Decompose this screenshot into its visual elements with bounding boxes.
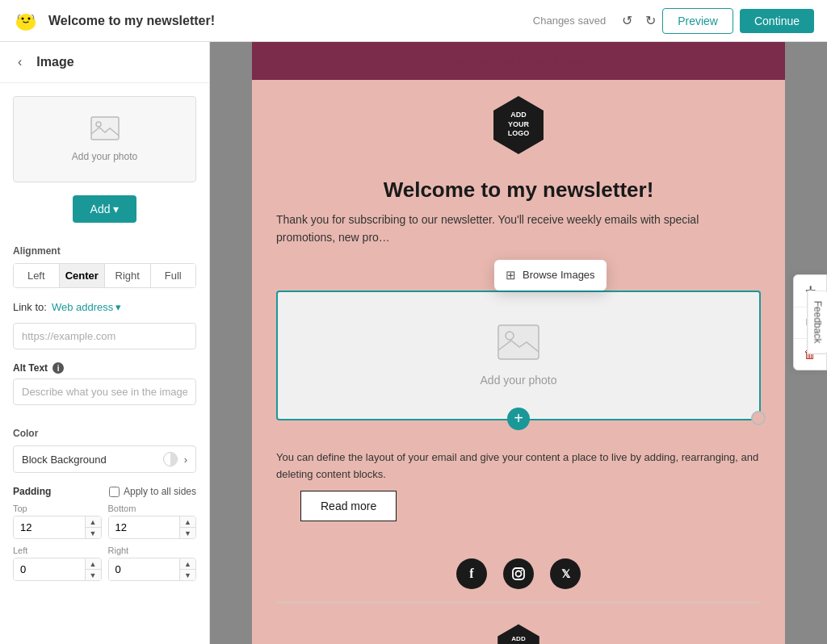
view-in-browser-link[interactable]: View this email in your browser — [447, 55, 591, 67]
padding-left-spinners: ▲ ▼ — [85, 558, 101, 580]
image-block-label: Add your photo — [481, 374, 557, 387]
sidebar-header: ‹ Image — [0, 42, 209, 83]
redo-button[interactable]: ↻ — [640, 8, 661, 33]
padding-bottom-down[interactable]: ▼ — [180, 528, 195, 538]
email-wrapper: View this email in your browser ADDYOURL… — [252, 42, 785, 644]
padding-top-label: Top — [13, 504, 102, 513]
main-layout: ‹ Image Add your photo Add ▾ Alignment L… — [0, 42, 827, 644]
email-content: ADDYOURLOGO Welcome to my newsletter! Th… — [252, 80, 785, 644]
info-icon: i — [52, 362, 64, 374]
add-section-button[interactable]: + — [507, 408, 530, 430]
color-row: Block Background › — [13, 445, 196, 473]
padding-top-down[interactable]: ▼ — [86, 528, 101, 538]
link-label: Link to: — [13, 301, 47, 313]
alt-text-header: Alt Text i — [0, 362, 209, 378]
padding-left-down[interactable]: ▼ — [86, 570, 101, 580]
padding-bottom-input-row: ▲ ▼ — [108, 516, 197, 539]
svg-point-3 — [28, 17, 31, 19]
browse-images-label[interactable]: Browse Images — [523, 269, 595, 281]
padding-right-spinners: ▲ ▼ — [179, 558, 195, 580]
color-expand-icon[interactable]: › — [184, 454, 187, 466]
link-row: Link to: Web address ▾ — [0, 301, 209, 323]
align-center-button[interactable]: Center — [60, 264, 106, 287]
image-block-icon — [497, 324, 539, 367]
padding-left-label: Left — [13, 546, 102, 555]
email-divider — [276, 602, 761, 603]
padding-bottom-input[interactable] — [109, 516, 180, 538]
link-value[interactable]: Web address ▾ — [52, 301, 121, 313]
padding-bottom-up[interactable]: ▲ — [180, 516, 195, 528]
padding-label: Padding — [13, 486, 51, 497]
svg-point-2 — [22, 17, 24, 19]
email-headline: Welcome to my newsletter! — [252, 165, 785, 211]
padding-left-field: Left ▲ ▼ — [13, 546, 102, 581]
instagram-icon[interactable] — [503, 558, 534, 589]
page-title: Welcome to my newsletter! — [48, 14, 533, 28]
padding-grid: Top ▲ ▼ Bottom ▲ ▼ — [13, 504, 196, 581]
browse-images-popup: ⊞ Browse Images — [494, 260, 607, 291]
link-url-input[interactable] — [13, 323, 196, 349]
canvas-area: View this email in your browser ADDYOURL… — [210, 42, 827, 644]
padding-right-up[interactable]: ▲ — [180, 558, 195, 570]
topbar: Welcome to my newsletter! Changes saved … — [0, 0, 827, 42]
alignment-group: Left Center Right Full — [13, 263, 196, 288]
svg-rect-8 — [513, 568, 524, 579]
preview-button[interactable]: Preview — [662, 8, 733, 34]
padding-top-input-row: ▲ ▼ — [13, 516, 102, 539]
twitter-icon[interactable]: 𝕏 — [550, 558, 581, 589]
svg-point-10 — [521, 570, 523, 571]
bottom-logo-text: ADDYOURLOGO — [509, 636, 528, 644]
email-body-text: Thank you for subscribing to our newslet… — [252, 211, 785, 260]
image-icon — [90, 116, 120, 146]
padding-right-field: Right ▲ ▼ — [108, 546, 197, 581]
padding-top-input[interactable] — [14, 516, 85, 538]
color-swatch[interactable] — [163, 452, 178, 466]
facebook-icon[interactable]: f — [456, 558, 487, 589]
svg-point-9 — [516, 571, 522, 577]
padding-top-spinners: ▲ ▼ — [85, 516, 101, 538]
resize-handle[interactable] — [751, 411, 766, 425]
color-label: Color — [0, 418, 209, 445]
padding-bottom-field: Bottom ▲ ▼ — [108, 504, 197, 539]
padding-top-up[interactable]: ▲ — [86, 516, 101, 528]
svg-point-1 — [19, 14, 33, 27]
padding-right-input[interactable] — [109, 558, 180, 580]
image-upload-area[interactable]: Add your photo — [13, 96, 196, 182]
mailchimp-logo — [13, 8, 39, 34]
add-button[interactable]: Add ▾ — [73, 195, 137, 223]
read-more-button[interactable]: Read more — [300, 491, 397, 521]
sidebar-title: Image — [36, 55, 73, 69]
undo-button[interactable]: ↺ — [617, 8, 637, 33]
align-right-button[interactable]: Right — [105, 264, 151, 287]
padding-left-up[interactable]: ▲ — [86, 558, 101, 570]
svg-rect-6 — [498, 325, 539, 359]
social-icons-row: f 𝕏 — [252, 550, 785, 602]
alt-text-input[interactable] — [13, 378, 196, 405]
feedback-tab[interactable]: Feedback — [808, 291, 827, 354]
apply-all-row: Apply to all sides — [109, 486, 196, 497]
image-placeholder-text: Add your photo — [72, 151, 137, 162]
align-left-button[interactable]: Left — [14, 264, 60, 287]
padding-header: Padding Apply to all sides — [0, 486, 209, 504]
email-image-block[interactable]: Add your photo + — [276, 291, 761, 420]
padding-left-input-row: ▲ ▼ — [13, 558, 102, 581]
padding-right-label: Right — [108, 546, 197, 555]
padding-bottom-spinners: ▲ ▼ — [179, 516, 195, 538]
back-button[interactable]: ‹ — [13, 53, 27, 71]
padding-right-input-row: ▲ ▼ — [108, 558, 197, 581]
logo-area: ADDYOURLOGO — [252, 80, 785, 165]
logo-text: ADDYOURLOGO — [508, 111, 530, 139]
padding-right-down[interactable]: ▼ — [180, 570, 195, 580]
view-in-browser-bar: View this email in your browser — [252, 42, 785, 80]
padding-left-input[interactable] — [14, 558, 85, 580]
save-status: Changes saved — [533, 15, 606, 27]
sidebar: ‹ Image Add your photo Add ▾ Alignment L… — [0, 42, 210, 644]
email-desc-text: You can define the layout of your email … — [252, 437, 785, 491]
align-full-button[interactable]: Full — [151, 264, 196, 287]
bottom-logo-area: ADDYOURLOGO — [252, 616, 785, 644]
continue-button[interactable]: Continue — [740, 9, 814, 33]
apply-all-checkbox[interactable] — [109, 487, 120, 497]
chevron-down-icon: ▾ — [115, 301, 121, 313]
add-btn-wrapper: Add ▾ — [0, 195, 209, 223]
padding-top-field: Top ▲ ▼ — [13, 504, 102, 539]
